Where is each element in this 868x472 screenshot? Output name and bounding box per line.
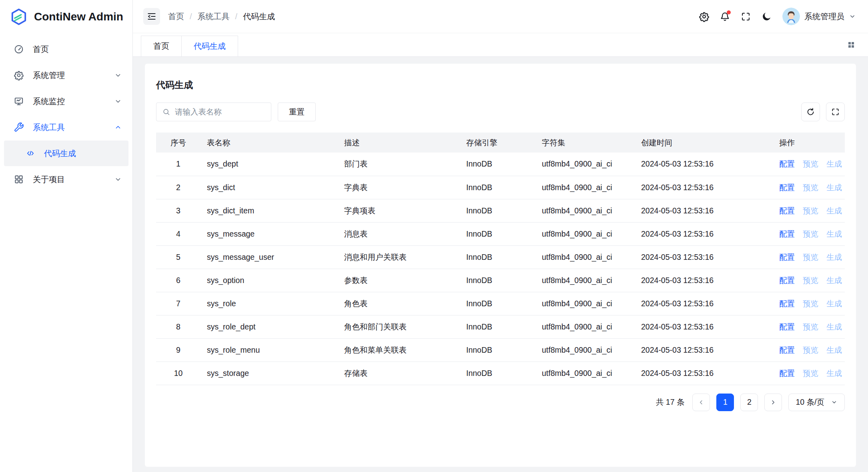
- action-link-生成[interactable]: 生成: [826, 345, 842, 354]
- code-icon: [26, 149, 35, 158]
- table-row: 3sys_dict_item字典项表InnoDButf8mb4_0900_ai_…: [156, 199, 845, 222]
- settings-button[interactable]: [695, 8, 713, 25]
- sidebar-item-label: 系统工具: [33, 122, 65, 133]
- table-row: 10sys_storage存储表InnoDButf8mb4_0900_ai_ci…: [156, 362, 845, 385]
- notifications-button[interactable]: [716, 8, 734, 25]
- cell-actions: 配置预览生成: [773, 315, 845, 338]
- cell-created: 2024-05-03 12:53:16: [635, 222, 773, 245]
- sidebar-item-tools[interactable]: 系统工具: [4, 114, 128, 140]
- page-title: 代码生成: [156, 64, 845, 91]
- action-link-预览[interactable]: 预览: [803, 299, 818, 308]
- action-link-预览[interactable]: 预览: [803, 253, 818, 261]
- sidebar-item-monitor[interactable]: 系统监控: [4, 88, 128, 114]
- apps-icon: [14, 174, 24, 185]
- user-menu[interactable]: 系统管理员: [782, 8, 856, 25]
- next-page-button[interactable]: [764, 394, 782, 411]
- action-link-配置[interactable]: 配置: [779, 299, 795, 308]
- breadcrumb-item[interactable]: 首页: [168, 11, 184, 22]
- action-link-生成[interactable]: 生成: [826, 322, 842, 331]
- prev-page-button[interactable]: [692, 394, 710, 411]
- cell-desc: 消息表: [338, 222, 460, 245]
- action-link-预览[interactable]: 预览: [803, 322, 818, 331]
- action-link-配置[interactable]: 配置: [779, 206, 795, 215]
- cell-actions: 配置预览生成: [773, 338, 845, 362]
- action-link-生成[interactable]: 生成: [826, 276, 842, 285]
- cell-name: sys_storage: [200, 362, 338, 385]
- action-link-预览[interactable]: 预览: [803, 229, 818, 238]
- action-link-配置[interactable]: 配置: [779, 253, 795, 261]
- cell-name: sys_option: [200, 269, 338, 292]
- tab-首页[interactable]: 首页: [141, 36, 182, 56]
- sidebar-item-system[interactable]: 系统管理: [4, 62, 128, 88]
- action-link-生成[interactable]: 生成: [826, 299, 842, 308]
- logo: ContiNew Admin: [0, 0, 132, 33]
- action-link-配置[interactable]: 配置: [779, 345, 795, 354]
- page-size-select[interactable]: 10 条/页: [788, 394, 845, 411]
- cell-name: sys_dept: [200, 153, 338, 176]
- action-link-配置[interactable]: 配置: [779, 159, 795, 168]
- action-link-生成[interactable]: 生成: [826, 369, 842, 378]
- chevron-up-icon: [114, 123, 122, 131]
- action-link-预览[interactable]: 预览: [803, 159, 818, 168]
- collapse-sidebar-button[interactable]: [143, 8, 160, 25]
- cell-actions: 配置预览生成: [773, 362, 845, 385]
- action-link-生成[interactable]: 生成: [826, 159, 842, 168]
- sidebar-item-codegen[interactable]: 代码生成: [4, 141, 128, 166]
- action-link-配置[interactable]: 配置: [779, 183, 795, 192]
- cell-engine: InnoDB: [460, 199, 535, 222]
- cell-charset: utf8mb4_0900_ai_ci: [535, 245, 635, 269]
- cell-created: 2024-05-03 12:53:16: [635, 292, 773, 315]
- action-link-生成[interactable]: 生成: [826, 183, 842, 192]
- tab-代码生成[interactable]: 代码生成: [181, 36, 238, 56]
- cell-name: sys_message_user: [200, 245, 338, 269]
- cell-engine: InnoDB: [460, 176, 535, 199]
- action-link-配置[interactable]: 配置: [779, 229, 795, 238]
- cell-actions: 配置预览生成: [773, 199, 845, 222]
- chevron-right-icon: [770, 399, 777, 406]
- action-link-预览[interactable]: 预览: [803, 276, 818, 285]
- action-link-预览[interactable]: 预览: [803, 369, 818, 378]
- reset-button[interactable]: 重置: [278, 102, 316, 121]
- tab-list-button[interactable]: [844, 38, 858, 52]
- sidebar-item-label: 关于项目: [33, 174, 65, 185]
- sidebar-item-home[interactable]: 首页: [4, 36, 128, 62]
- breadcrumb-item[interactable]: 系统工具: [198, 11, 230, 22]
- cell-engine: InnoDB: [460, 315, 535, 338]
- action-link-预览[interactable]: 预览: [803, 345, 818, 354]
- action-link-配置[interactable]: 配置: [779, 369, 795, 378]
- dark-mode-toggle[interactable]: [758, 8, 775, 25]
- app-title: ContiNew Admin: [34, 10, 123, 23]
- action-link-配置[interactable]: 配置: [779, 276, 795, 285]
- table-row: 5sys_message_user消息和用户关联表InnoDButf8mb4_0…: [156, 245, 845, 269]
- chevron-down-icon: [114, 97, 122, 105]
- tab-bar: 首页代码生成: [133, 33, 868, 57]
- page-button-1[interactable]: 1: [716, 394, 734, 411]
- action-link-生成[interactable]: 生成: [826, 206, 842, 215]
- app-root: ContiNew Admin 首页系统管理系统监控系统工具代码生成关于项目 首页…: [0, 0, 868, 472]
- column-header: 创建时间: [635, 133, 773, 153]
- action-link-配置[interactable]: 配置: [779, 322, 795, 331]
- cell-no: 4: [156, 222, 200, 245]
- cell-charset: utf8mb4_0900_ai_ci: [535, 362, 635, 385]
- cell-no: 7: [156, 292, 200, 315]
- cell-no: 9: [156, 338, 200, 362]
- table-row: 1sys_dept部门表InnoDButf8mb4_0900_ai_ci2024…: [156, 153, 845, 176]
- cell-engine: InnoDB: [460, 292, 535, 315]
- cell-desc: 消息和用户关联表: [338, 245, 460, 269]
- cell-charset: utf8mb4_0900_ai_ci: [535, 292, 635, 315]
- action-link-预览[interactable]: 预览: [803, 183, 818, 192]
- table-row: 4sys_message消息表InnoDButf8mb4_0900_ai_ci2…: [156, 222, 845, 245]
- refresh-button[interactable]: [801, 102, 820, 121]
- table-fullscreen-button[interactable]: [826, 102, 845, 121]
- fullscreen-button[interactable]: [737, 8, 754, 25]
- action-link-生成[interactable]: 生成: [826, 253, 842, 261]
- action-link-预览[interactable]: 预览: [803, 206, 818, 215]
- sidebar-item-about[interactable]: 关于项目: [4, 167, 128, 192]
- notification-badge-dot: [727, 10, 731, 14]
- tabs: 首页代码生成: [141, 36, 238, 56]
- search-input[interactable]: [175, 107, 265, 116]
- action-link-生成[interactable]: 生成: [826, 229, 842, 238]
- user-avatar: [782, 8, 800, 25]
- page-button-2[interactable]: 2: [740, 394, 758, 411]
- cell-actions: 配置预览生成: [773, 222, 845, 245]
